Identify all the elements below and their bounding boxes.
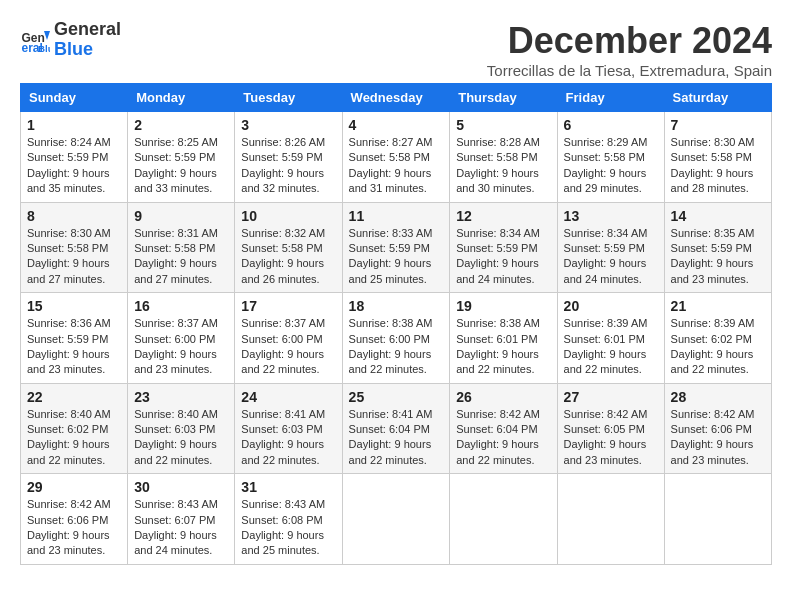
day-number: 18 xyxy=(349,298,444,314)
day-number: 9 xyxy=(134,208,228,224)
calendar-day-cell: 25 Sunrise: 8:41 AM Sunset: 6:04 PM Dayl… xyxy=(342,383,450,474)
calendar-day-cell: 24 Sunrise: 8:41 AM Sunset: 6:03 PM Dayl… xyxy=(235,383,342,474)
day-number: 7 xyxy=(671,117,765,133)
location-subtitle: Torrecillas de la Tiesa, Extremadura, Sp… xyxy=(487,62,772,79)
day-number: 23 xyxy=(134,389,228,405)
calendar-day-cell: 3 Sunrise: 8:26 AM Sunset: 5:59 PM Dayli… xyxy=(235,112,342,203)
calendar-day-cell: 11 Sunrise: 8:33 AM Sunset: 5:59 PM Dayl… xyxy=(342,202,450,293)
logo-text: General Blue xyxy=(54,20,121,60)
svg-text:Blue: Blue xyxy=(38,43,50,54)
weekday-header: Tuesday xyxy=(235,84,342,112)
day-number: 17 xyxy=(241,298,335,314)
calendar-day-cell: 6 Sunrise: 8:29 AM Sunset: 5:58 PM Dayli… xyxy=(557,112,664,203)
calendar-day-cell: 19 Sunrise: 8:38 AM Sunset: 6:01 PM Dayl… xyxy=(450,293,557,384)
weekday-header: Thursday xyxy=(450,84,557,112)
calendar-week-row: 29 Sunrise: 8:42 AM Sunset: 6:06 PM Dayl… xyxy=(21,474,772,565)
calendar-header-row: SundayMondayTuesdayWednesdayThursdayFrid… xyxy=(21,84,772,112)
calendar-day-cell: 13 Sunrise: 8:34 AM Sunset: 5:59 PM Dayl… xyxy=(557,202,664,293)
day-number: 22 xyxy=(27,389,121,405)
title-block: December 2024 Torrecillas de la Tiesa, E… xyxy=(487,20,772,79)
calendar-day-cell: 18 Sunrise: 8:38 AM Sunset: 6:00 PM Dayl… xyxy=(342,293,450,384)
calendar-day-cell xyxy=(342,474,450,565)
calendar-day-cell: 12 Sunrise: 8:34 AM Sunset: 5:59 PM Dayl… xyxy=(450,202,557,293)
day-info: Sunrise: 8:32 AM Sunset: 5:58 PM Dayligh… xyxy=(241,226,335,288)
day-number: 8 xyxy=(27,208,121,224)
day-number: 13 xyxy=(564,208,658,224)
calendar-day-cell: 7 Sunrise: 8:30 AM Sunset: 5:58 PM Dayli… xyxy=(664,112,771,203)
logo: Gen eral Blue General Blue xyxy=(20,20,121,60)
calendar-week-row: 22 Sunrise: 8:40 AM Sunset: 6:02 PM Dayl… xyxy=(21,383,772,474)
day-info: Sunrise: 8:25 AM Sunset: 5:59 PM Dayligh… xyxy=(134,135,228,197)
calendar-day-cell: 1 Sunrise: 8:24 AM Sunset: 5:59 PM Dayli… xyxy=(21,112,128,203)
day-number: 5 xyxy=(456,117,550,133)
day-number: 24 xyxy=(241,389,335,405)
day-number: 30 xyxy=(134,479,228,495)
day-number: 20 xyxy=(564,298,658,314)
day-info: Sunrise: 8:34 AM Sunset: 5:59 PM Dayligh… xyxy=(456,226,550,288)
day-info: Sunrise: 8:39 AM Sunset: 6:02 PM Dayligh… xyxy=(671,316,765,378)
calendar-day-cell: 5 Sunrise: 8:28 AM Sunset: 5:58 PM Dayli… xyxy=(450,112,557,203)
day-info: Sunrise: 8:33 AM Sunset: 5:59 PM Dayligh… xyxy=(349,226,444,288)
calendar-week-row: 1 Sunrise: 8:24 AM Sunset: 5:59 PM Dayli… xyxy=(21,112,772,203)
calendar-day-cell: 31 Sunrise: 8:43 AM Sunset: 6:08 PM Dayl… xyxy=(235,474,342,565)
calendar-day-cell: 21 Sunrise: 8:39 AM Sunset: 6:02 PM Dayl… xyxy=(664,293,771,384)
day-info: Sunrise: 8:43 AM Sunset: 6:08 PM Dayligh… xyxy=(241,497,335,559)
day-number: 6 xyxy=(564,117,658,133)
calendar-day-cell xyxy=(664,474,771,565)
svg-marker-2 xyxy=(44,31,50,40)
calendar-day-cell: 4 Sunrise: 8:27 AM Sunset: 5:58 PM Dayli… xyxy=(342,112,450,203)
calendar-day-cell: 15 Sunrise: 8:36 AM Sunset: 5:59 PM Dayl… xyxy=(21,293,128,384)
day-info: Sunrise: 8:26 AM Sunset: 5:59 PM Dayligh… xyxy=(241,135,335,197)
day-number: 25 xyxy=(349,389,444,405)
day-info: Sunrise: 8:37 AM Sunset: 6:00 PM Dayligh… xyxy=(241,316,335,378)
logo-icon: Gen eral Blue xyxy=(20,25,50,55)
day-info: Sunrise: 8:31 AM Sunset: 5:58 PM Dayligh… xyxy=(134,226,228,288)
day-info: Sunrise: 8:40 AM Sunset: 6:02 PM Dayligh… xyxy=(27,407,121,469)
day-info: Sunrise: 8:30 AM Sunset: 5:58 PM Dayligh… xyxy=(671,135,765,197)
day-info: Sunrise: 8:38 AM Sunset: 6:01 PM Dayligh… xyxy=(456,316,550,378)
day-info: Sunrise: 8:28 AM Sunset: 5:58 PM Dayligh… xyxy=(456,135,550,197)
day-info: Sunrise: 8:24 AM Sunset: 5:59 PM Dayligh… xyxy=(27,135,121,197)
day-info: Sunrise: 8:40 AM Sunset: 6:03 PM Dayligh… xyxy=(134,407,228,469)
day-number: 1 xyxy=(27,117,121,133)
day-info: Sunrise: 8:30 AM Sunset: 5:58 PM Dayligh… xyxy=(27,226,121,288)
day-info: Sunrise: 8:42 AM Sunset: 6:05 PM Dayligh… xyxy=(564,407,658,469)
day-number: 26 xyxy=(456,389,550,405)
day-number: 27 xyxy=(564,389,658,405)
day-number: 10 xyxy=(241,208,335,224)
day-info: Sunrise: 8:37 AM Sunset: 6:00 PM Dayligh… xyxy=(134,316,228,378)
calendar-week-row: 15 Sunrise: 8:36 AM Sunset: 5:59 PM Dayl… xyxy=(21,293,772,384)
calendar-day-cell: 27 Sunrise: 8:42 AM Sunset: 6:05 PM Dayl… xyxy=(557,383,664,474)
day-info: Sunrise: 8:41 AM Sunset: 6:04 PM Dayligh… xyxy=(349,407,444,469)
calendar-day-cell: 2 Sunrise: 8:25 AM Sunset: 5:59 PM Dayli… xyxy=(128,112,235,203)
day-info: Sunrise: 8:42 AM Sunset: 6:04 PM Dayligh… xyxy=(456,407,550,469)
day-number: 19 xyxy=(456,298,550,314)
calendar-day-cell: 30 Sunrise: 8:43 AM Sunset: 6:07 PM Dayl… xyxy=(128,474,235,565)
day-number: 12 xyxy=(456,208,550,224)
day-info: Sunrise: 8:42 AM Sunset: 6:06 PM Dayligh… xyxy=(27,497,121,559)
calendar-day-cell: 8 Sunrise: 8:30 AM Sunset: 5:58 PM Dayli… xyxy=(21,202,128,293)
calendar-day-cell: 16 Sunrise: 8:37 AM Sunset: 6:00 PM Dayl… xyxy=(128,293,235,384)
calendar-day-cell: 26 Sunrise: 8:42 AM Sunset: 6:04 PM Dayl… xyxy=(450,383,557,474)
day-number: 16 xyxy=(134,298,228,314)
day-number: 31 xyxy=(241,479,335,495)
day-info: Sunrise: 8:29 AM Sunset: 5:58 PM Dayligh… xyxy=(564,135,658,197)
day-info: Sunrise: 8:27 AM Sunset: 5:58 PM Dayligh… xyxy=(349,135,444,197)
day-number: 28 xyxy=(671,389,765,405)
calendar-day-cell: 23 Sunrise: 8:40 AM Sunset: 6:03 PM Dayl… xyxy=(128,383,235,474)
day-info: Sunrise: 8:41 AM Sunset: 6:03 PM Dayligh… xyxy=(241,407,335,469)
day-info: Sunrise: 8:38 AM Sunset: 6:00 PM Dayligh… xyxy=(349,316,444,378)
weekday-header: Wednesday xyxy=(342,84,450,112)
day-number: 4 xyxy=(349,117,444,133)
day-info: Sunrise: 8:35 AM Sunset: 5:59 PM Dayligh… xyxy=(671,226,765,288)
page-header: Gen eral Blue General Blue December 2024… xyxy=(20,20,772,79)
day-number: 2 xyxy=(134,117,228,133)
day-info: Sunrise: 8:36 AM Sunset: 5:59 PM Dayligh… xyxy=(27,316,121,378)
day-info: Sunrise: 8:39 AM Sunset: 6:01 PM Dayligh… xyxy=(564,316,658,378)
calendar-day-cell: 10 Sunrise: 8:32 AM Sunset: 5:58 PM Dayl… xyxy=(235,202,342,293)
calendar-body: 1 Sunrise: 8:24 AM Sunset: 5:59 PM Dayli… xyxy=(21,112,772,565)
weekday-header: Sunday xyxy=(21,84,128,112)
calendar-day-cell xyxy=(450,474,557,565)
calendar-day-cell: 14 Sunrise: 8:35 AM Sunset: 5:59 PM Dayl… xyxy=(664,202,771,293)
day-info: Sunrise: 8:42 AM Sunset: 6:06 PM Dayligh… xyxy=(671,407,765,469)
